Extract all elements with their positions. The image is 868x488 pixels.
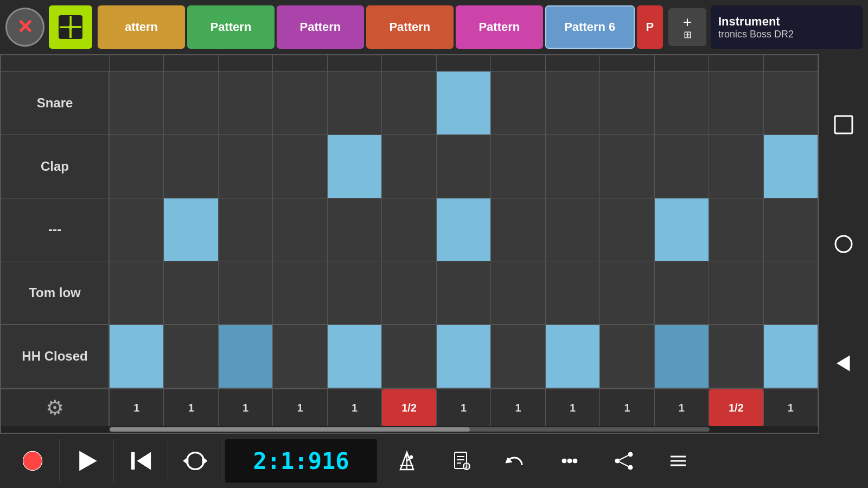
seq-cell[interactable] xyxy=(273,198,327,261)
seq-cell[interactable] xyxy=(328,72,382,134)
pattern-tab-2[interactable]: Pattern xyxy=(187,5,275,49)
seq-cell[interactable] xyxy=(709,135,763,198)
play-button[interactable] xyxy=(60,439,114,483)
add-pattern-button[interactable]: + ⊞ xyxy=(668,8,706,46)
seq-cell[interactable] xyxy=(600,135,654,198)
seq-cell[interactable] xyxy=(328,198,382,261)
seq-cell[interactable] xyxy=(273,72,327,134)
seq-cell[interactable] xyxy=(273,135,327,198)
forward-button[interactable] xyxy=(542,439,597,483)
pattern-tab-1[interactable]: attern xyxy=(98,5,185,49)
seq-cell[interactable] xyxy=(164,198,218,261)
score-button[interactable]: ♩ xyxy=(434,439,488,483)
seq-cell[interactable] xyxy=(382,325,436,388)
seq-cell[interactable] xyxy=(219,325,273,388)
seq-cell[interactable] xyxy=(491,135,545,198)
seq-cell[interactable] xyxy=(382,135,436,198)
seq-cell[interactable] xyxy=(273,325,327,388)
seq-cell[interactable] xyxy=(655,261,709,324)
seq-cell[interactable] xyxy=(655,72,709,134)
menu-button[interactable] xyxy=(651,439,705,483)
seq-cell[interactable] xyxy=(546,261,600,324)
seq-footer-step[interactable]: 1/2 xyxy=(709,389,763,426)
seq-cell[interactable] xyxy=(164,325,218,388)
seq-cell[interactable] xyxy=(110,198,164,261)
seq-cell[interactable] xyxy=(437,135,491,198)
seq-cell[interactable] xyxy=(764,135,818,198)
pattern-tab-5[interactable]: Pattern xyxy=(456,5,543,49)
seq-cell[interactable] xyxy=(764,72,818,134)
seq-cell[interactable] xyxy=(600,261,654,324)
seq-footer-step[interactable]: 1 xyxy=(110,389,164,426)
seq-cell[interactable] xyxy=(491,325,545,388)
seq-cell[interactable] xyxy=(110,72,164,134)
seq-cell[interactable] xyxy=(655,135,709,198)
seq-cell[interactable] xyxy=(655,325,709,388)
seq-cell[interactable] xyxy=(164,135,218,198)
seq-cell[interactable] xyxy=(546,325,600,388)
seq-cell[interactable] xyxy=(110,261,164,324)
scrollbar-area[interactable] xyxy=(1,426,818,433)
seq-footer-step[interactable]: 1/2 xyxy=(382,389,436,426)
seq-footer-step[interactable]: 1 xyxy=(219,389,273,426)
close-button[interactable]: ✕ xyxy=(5,8,44,47)
undo-button[interactable] xyxy=(488,439,542,483)
seq-footer-step[interactable]: 1 xyxy=(491,389,545,426)
seq-footer-step[interactable]: 1 xyxy=(764,389,818,426)
square-icon-button[interactable] xyxy=(830,111,857,138)
seq-cell[interactable] xyxy=(764,325,818,388)
seq-cell[interactable] xyxy=(110,325,164,388)
metronome-button[interactable] xyxy=(380,439,434,483)
seq-footer-step[interactable]: 1 xyxy=(546,389,600,426)
seq-cell[interactable] xyxy=(600,72,654,134)
pattern-icon-button[interactable] xyxy=(49,5,92,49)
pattern-tab-4[interactable]: Pattern xyxy=(366,5,454,49)
circle-icon-button[interactable] xyxy=(830,230,857,258)
seq-cell[interactable] xyxy=(164,261,218,324)
seq-cell[interactable] xyxy=(709,325,763,388)
seq-cell[interactable] xyxy=(273,261,327,324)
seq-cell[interactable] xyxy=(110,135,164,198)
seq-cell[interactable] xyxy=(382,261,436,324)
rewind-button[interactable] xyxy=(114,439,168,483)
seq-cell[interactable] xyxy=(600,325,654,388)
seq-cell[interactable] xyxy=(546,135,600,198)
seq-cell[interactable] xyxy=(219,198,273,261)
seq-cell[interactable] xyxy=(382,72,436,134)
seq-footer-step[interactable]: 1 xyxy=(600,389,654,426)
seq-cell[interactable] xyxy=(328,325,382,388)
record-button[interactable] xyxy=(5,439,60,483)
seq-cell[interactable] xyxy=(437,325,491,388)
seq-cell[interactable] xyxy=(709,261,763,324)
gear-button[interactable]: ⚙ xyxy=(1,389,110,426)
seq-cell[interactable] xyxy=(437,198,491,261)
seq-footer-step[interactable]: 1 xyxy=(328,389,382,426)
pattern-tab-7[interactable]: P xyxy=(637,5,663,49)
seq-cell[interactable] xyxy=(600,198,654,261)
seq-cell[interactable] xyxy=(709,198,763,261)
seq-cell[interactable] xyxy=(655,198,709,261)
seq-cell[interactable] xyxy=(764,198,818,261)
seq-cell[interactable] xyxy=(491,198,545,261)
back-icon-button[interactable] xyxy=(830,350,857,377)
seq-cell[interactable] xyxy=(491,72,545,134)
seq-cell[interactable] xyxy=(546,198,600,261)
share-button[interactable] xyxy=(597,439,651,483)
seq-footer-step[interactable]: 1 xyxy=(273,389,327,426)
pattern-tab-3[interactable]: Pattern xyxy=(277,5,364,49)
seq-footer-step[interactable]: 1 xyxy=(655,389,709,426)
seq-cell[interactable] xyxy=(382,198,436,261)
seq-cell[interactable] xyxy=(164,72,218,134)
seq-footer-step[interactable]: 1 xyxy=(164,389,218,426)
seq-cell[interactable] xyxy=(219,261,273,324)
seq-cell[interactable] xyxy=(328,261,382,324)
seq-cell[interactable] xyxy=(219,135,273,198)
seq-cell[interactable] xyxy=(328,135,382,198)
seq-cell[interactable] xyxy=(709,72,763,134)
pattern-tab-6[interactable]: Pattern 6 xyxy=(545,5,635,49)
seq-cell[interactable] xyxy=(437,72,491,134)
loop-button[interactable] xyxy=(168,439,222,483)
seq-cell[interactable] xyxy=(764,261,818,324)
seq-footer-step[interactable]: 1 xyxy=(437,389,491,426)
seq-cell[interactable] xyxy=(546,72,600,134)
